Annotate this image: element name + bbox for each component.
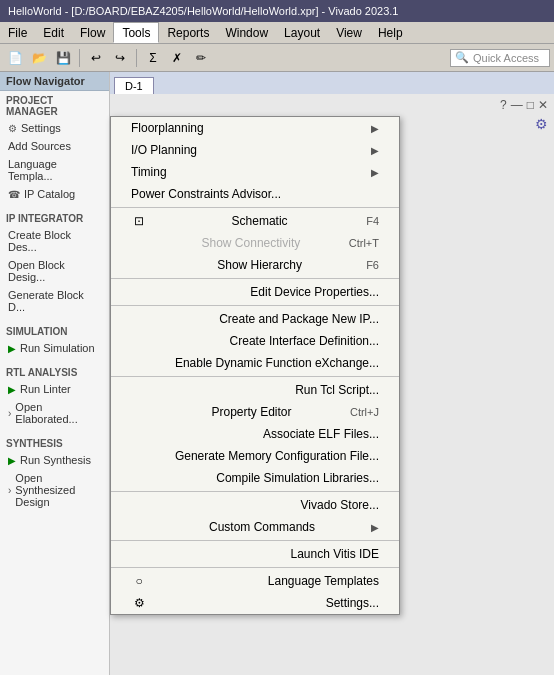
settings-gear-icon[interactable]: ⚙ [535,116,548,132]
search-icon: 🔍 [455,51,469,64]
content-toolbar: ? — □ ✕ [110,94,554,116]
menu-item-view[interactable]: View [328,22,370,43]
menu-power-constraints[interactable]: Power Constraints Advisor... [111,183,399,205]
menu-show-connectivity: Show Connectivity Ctrl+T [111,232,399,254]
menu-item-layout[interactable]: Layout [276,22,328,43]
floorplanning-arrow: ▶ [371,123,379,134]
title-bar: HelloWorld - [D:/BOARD/EBAZ4205/HelloWor… [0,0,554,22]
search-placeholder: Quick Access [473,52,539,64]
show-hierarchy-label: Show Hierarchy [217,258,302,272]
toolbar-undo-btn[interactable]: ↩ [85,47,107,69]
vivado-store-label: Vivado Store... [301,498,380,512]
menu-property-editor[interactable]: Property Editor Ctrl+J [111,401,399,423]
toolbar: 📄 📂 💾 ↩ ↪ Σ ✗ ✏ 🔍 Quick Access [0,44,554,72]
property-editor-label: Property Editor [211,405,291,419]
toolbar-open-btn[interactable]: 📂 [28,47,50,69]
enable-dfx-label: Enable Dynamic Function eXchange... [175,356,379,370]
menu-item-edit[interactable]: Edit [35,22,72,43]
menu-gen-memory-config[interactable]: Generate Memory Configuration File... [111,445,399,467]
sidebar-item-open-block-design[interactable]: Open Block Desig... [0,256,109,286]
menu-item-reports[interactable]: Reports [159,22,217,43]
menu-custom-commands[interactable]: Custom Commands ▶ [111,516,399,538]
toolbar-new-btn[interactable]: 📄 [4,47,26,69]
sidebar-open-elaborated-label: Open Elaborated... [15,401,101,425]
timing-label: Timing [131,165,167,179]
menu-vivado-store[interactable]: Vivado Store... [111,494,399,516]
toolbar-sigma-btn[interactable]: Σ [142,47,164,69]
open-elaborated-icon: › [8,408,11,419]
section-rtl-analysis: RTL ANALYSIS [0,363,109,380]
menu-compile-sim-libs[interactable]: Compile Simulation Libraries... [111,467,399,489]
main-area: Flow Navigator PROJECT MANAGER ⚙ Setting… [0,72,554,675]
sidebar-run-simulation-label: Run Simulation [20,342,95,354]
separator-2 [111,278,399,279]
menu-item-window[interactable]: Window [217,22,276,43]
section-simulation: SIMULATION [0,322,109,339]
tab-d1[interactable]: D-1 [114,77,154,94]
toolbar-separator-1 [79,49,80,67]
sidebar-item-run-linter[interactable]: ▶ Run Linter [0,380,109,398]
menu-item-flow[interactable]: Flow [72,22,113,43]
toolbar-x-btn[interactable]: ✗ [166,47,188,69]
timing-arrow: ▶ [371,167,379,178]
sidebar-run-synthesis-label: Run Synthesis [20,454,91,466]
run-linter-icon: ▶ [8,384,16,395]
menu-show-hierarchy[interactable]: Show Hierarchy F6 [111,254,399,276]
sidebar-item-run-synthesis[interactable]: ▶ Run Synthesis [0,451,109,469]
sidebar-item-run-simulation[interactable]: ▶ Run Simulation [0,339,109,357]
menu-edit-device-props[interactable]: Edit Device Properties... [111,281,399,303]
sidebar-item-open-elaborated[interactable]: › Open Elaborated... [0,398,109,428]
sidebar-open-synthesized-label: Open Synthesized Design [15,472,101,508]
sidebar-item-ip-catalog[interactable]: ☎ IP Catalog [0,185,109,203]
sidebar: Flow Navigator PROJECT MANAGER ⚙ Setting… [0,72,110,675]
sidebar-item-generate-block[interactable]: Generate Block D... [0,286,109,316]
sidebar-ip-catalog-label: IP Catalog [24,188,75,200]
menu-settings[interactable]: ⚙ Settings... [111,592,399,614]
toolbar-redo-btn[interactable]: ↪ [109,47,131,69]
menu-floorplanning[interactable]: Floorplanning ▶ [111,117,399,139]
menu-associate-elf[interactable]: Associate ELF Files... [111,423,399,445]
menu-schematic[interactable]: ⊡ Schematic F4 [111,210,399,232]
language-templates-menu-label: Language Templates [268,574,379,588]
associate-elf-label: Associate ELF Files... [263,427,379,441]
separator-1 [111,207,399,208]
close-icon[interactable]: ✕ [538,98,548,112]
menu-io-planning[interactable]: I/O Planning ▶ [111,139,399,161]
menu-create-interface-def[interactable]: Create Interface Definition... [111,330,399,352]
sidebar-add-sources-label: Add Sources [8,140,71,152]
menu-create-package-ip[interactable]: Create and Package New IP... [111,308,399,330]
toolbar-edit-btn[interactable]: ✏ [190,47,212,69]
menu-bar: FileEditFlowToolsReportsWindowLayoutView… [0,22,554,44]
quick-access-search[interactable]: 🔍 Quick Access [450,49,550,67]
section-synthesis: SYNTHESIS [0,434,109,451]
sidebar-item-open-synthesized[interactable]: › Open Synthesized Design [0,469,109,511]
toolbar-save-btn[interactable]: 💾 [52,47,74,69]
ip-catalog-icon: ☎ [8,189,20,200]
minimize-icon[interactable]: — [511,98,523,112]
restore-icon[interactable]: □ [527,98,534,112]
help-icon[interactable]: ? [500,98,507,112]
sidebar-item-settings[interactable]: ⚙ Settings [0,119,109,137]
sidebar-language-templates-label: Language Templa... [8,158,101,182]
schematic-icon: ⊡ [131,214,147,228]
menu-item-tools[interactable]: Tools [113,22,159,43]
menu-item-file[interactable]: File [0,22,35,43]
menu-item-help[interactable]: Help [370,22,411,43]
create-package-ip-label: Create and Package New IP... [219,312,379,326]
menu-launch-vitis[interactable]: Launch Vitis IDE [111,543,399,565]
compile-sim-libs-label: Compile Simulation Libraries... [216,471,379,485]
separator-6 [111,540,399,541]
power-constraints-label: Power Constraints Advisor... [131,187,281,201]
schematic-label: Schematic [232,214,288,228]
menu-enable-dfx[interactable]: Enable Dynamic Function eXchange... [111,352,399,374]
sidebar-item-create-block-design[interactable]: Create Block Des... [0,226,109,256]
sidebar-item-language-templates[interactable]: Language Templa... [0,155,109,185]
toolbar-separator-2 [136,49,137,67]
sidebar-item-add-sources[interactable]: Add Sources [0,137,109,155]
menu-timing[interactable]: Timing ▶ [111,161,399,183]
sidebar-open-block-label: Open Block Desig... [8,259,101,283]
title-text: HelloWorld - [D:/BOARD/EBAZ4205/HelloWor… [8,5,398,17]
menu-run-tcl[interactable]: Run Tcl Script... [111,379,399,401]
flow-navigator-title: Flow Navigator [0,72,109,91]
menu-language-templates[interactable]: ○ Language Templates [111,570,399,592]
